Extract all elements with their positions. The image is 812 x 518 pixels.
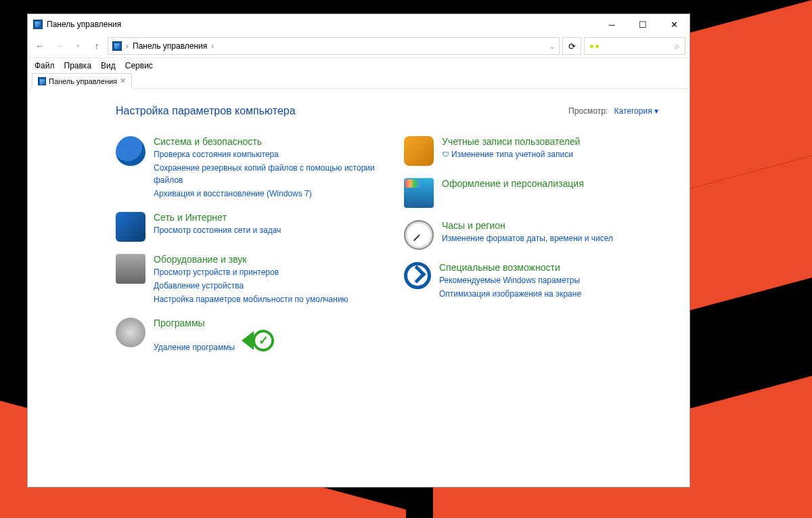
search-box[interactable]: ⌕	[584, 37, 685, 55]
maximize-button[interactable]: ☐	[627, 14, 658, 35]
menu-file[interactable]: Файл	[35, 61, 55, 70]
window-title: Панель управления	[47, 20, 121, 29]
category-link[interactable]: Сохранение резервных копий файлов с помо…	[154, 162, 377, 186]
category-link[interactable]: Архивация и восстановление (Windows 7)	[154, 188, 377, 200]
category-link[interactable]: Изменение форматов даты, времени и чисел	[442, 232, 613, 244]
category-title[interactable]: Оформление и персонализация	[442, 178, 584, 189]
control-panel-window: Панель управления ─ ☐ ✕ ← → ▾ ↑ › Панель…	[27, 14, 690, 488]
category-link[interactable]: Настройка параметров мобильности по умол…	[154, 293, 348, 305]
close-button[interactable]: ✕	[658, 14, 690, 35]
breadcrumb-icon	[112, 41, 122, 51]
back-button[interactable]: ←	[32, 38, 48, 54]
category-item: ПрограммыУдаление программы✓	[116, 318, 377, 353]
minimize-button[interactable]: ─	[596, 14, 627, 35]
tab-strip: Панель управления ✕	[28, 73, 690, 89]
access-icon	[404, 262, 431, 289]
category-item: Специальные возможностиРекомендуемые Win…	[404, 262, 665, 300]
app-icon	[33, 20, 43, 29]
category-item: Часы и регионИзменение форматов даты, вр…	[404, 220, 665, 250]
category-title[interactable]: Учетные записи пользователей	[442, 136, 580, 147]
category-title[interactable]: Система и безопасность	[154, 136, 377, 147]
category-title[interactable]: Программы	[154, 318, 274, 328]
hardware-icon	[116, 254, 145, 284]
view-by-dropdown[interactable]: Категория ▾	[614, 106, 658, 116]
tab-close-icon[interactable]: ✕	[120, 77, 126, 85]
tab-icon	[38, 77, 46, 85]
view-by: Просмотр: Категория ▾	[568, 106, 658, 116]
navigation-bar: ← → ▾ ↑ › Панель управления › ⌄ ⟳ ⌕	[28, 35, 690, 58]
category-title[interactable]: Часы и регион	[442, 220, 613, 231]
shield-icon	[116, 136, 145, 166]
category-item: Учетные записи пользователей🛡 Изменение …	[404, 136, 665, 166]
menu-bar: Файл Правка Вид Сервис	[28, 58, 690, 73]
users-icon	[404, 136, 434, 166]
programs-icon	[116, 318, 145, 347]
category-link[interactable]: 🛡 Изменение типа учетной записи	[442, 148, 580, 160]
category-link[interactable]: Удаление программы✓	[154, 330, 274, 353]
forward-button[interactable]: →	[51, 38, 67, 54]
appearance-icon	[404, 178, 434, 208]
titlebar: Панель управления ─ ☐ ✕	[28, 14, 690, 35]
menu-view[interactable]: Вид	[101, 61, 116, 70]
category-link[interactable]: Оптимизация изображения на экране	[439, 288, 581, 300]
category-item: Оформление и персонализация	[404, 178, 665, 208]
category-title[interactable]: Специальные возможности	[439, 262, 581, 273]
category-item: Система и безопасностьПроверка состояния…	[116, 136, 377, 200]
category-link[interactable]: Проверка состояния компьютера	[154, 148, 377, 160]
category-item: Сеть и ИнтернетПросмотр состояния сети и…	[116, 212, 377, 242]
search-icon: ⌕	[675, 41, 679, 51]
refresh-button[interactable]: ⟳	[562, 37, 581, 55]
clock-icon	[404, 220, 434, 250]
content-area: Настройка параметров компьютера Просмотр…	[28, 89, 690, 487]
breadcrumb-root[interactable]: Панель управления	[133, 41, 207, 51]
tab-control-panel[interactable]: Панель управления ✕	[32, 73, 132, 89]
category-item: Оборудование и звукПросмотр устройств и …	[116, 254, 377, 305]
category-column-left: Система и безопасностьПроверка состояния…	[116, 136, 377, 353]
network-icon	[116, 212, 145, 242]
category-title[interactable]: Сеть и Интернет	[154, 212, 281, 223]
category-column-right: Учетные записи пользователей🛡 Изменение …	[404, 136, 665, 353]
category-link[interactable]: Просмотр устройств и принтеров	[154, 266, 348, 278]
view-by-label: Просмотр:	[568, 106, 608, 116]
address-history-dropdown[interactable]: ⌄	[549, 43, 555, 50]
category-title[interactable]: Оборудование и звук	[154, 254, 348, 265]
uac-shield-icon: 🛡	[442, 150, 451, 158]
address-bar[interactable]: › Панель управления › ⌄	[108, 37, 560, 55]
category-link[interactable]: Добавление устройства	[154, 280, 348, 292]
callout-marker: ✓	[242, 330, 274, 351]
category-link[interactable]: Рекомендуемые Windows параметры	[439, 274, 581, 286]
up-button[interactable]: ↑	[89, 38, 105, 54]
recent-dropdown[interactable]: ▾	[70, 38, 86, 54]
category-link[interactable]: Просмотр состояния сети и задач	[154, 224, 281, 236]
tab-label: Панель управления	[49, 77, 117, 85]
page-title: Настройка параметров компьютера	[116, 105, 296, 117]
menu-edit[interactable]: Правка	[64, 61, 92, 70]
menu-service[interactable]: Сервис	[125, 61, 153, 70]
